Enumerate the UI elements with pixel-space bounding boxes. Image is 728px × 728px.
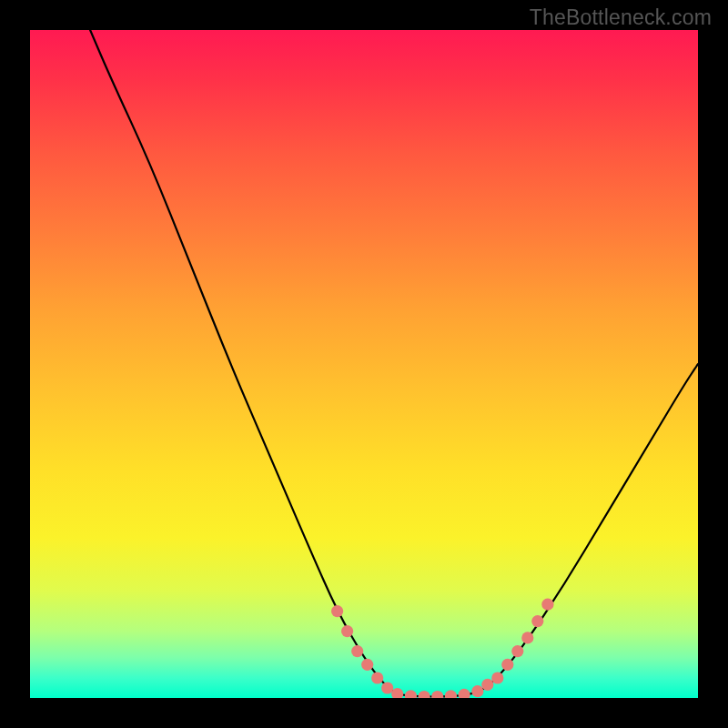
valley-dot: [531, 615, 543, 627]
valley-dot: [431, 691, 443, 698]
valley-dot: [521, 632, 533, 643]
watermark-text: TheBottleneck.com: [530, 5, 712, 30]
valley-dot: [491, 672, 503, 683]
valley-dot: [511, 645, 523, 657]
valley-dot: [419, 691, 430, 698]
outer-frame: TheBottleneck.com: [0, 0, 728, 728]
valley-dot: [445, 690, 457, 698]
valley-dot: [541, 599, 553, 611]
valley-dot: [381, 682, 393, 693]
valley-dots-group: [331, 599, 554, 698]
valley-dot: [459, 689, 470, 698]
bottleneck-curve-svg: [30, 30, 698, 698]
valley-dot: [471, 685, 483, 697]
valley-dot: [481, 679, 493, 691]
valley-dot: [405, 690, 417, 698]
valley-dot: [331, 605, 343, 617]
valley-dot: [361, 659, 373, 671]
valley-dot: [351, 645, 363, 657]
valley-dot: [501, 659, 513, 671]
plot-area: [30, 30, 698, 698]
valley-dot: [341, 625, 353, 637]
valley-dot: [371, 672, 383, 683]
bottleneck-curve: [90, 30, 698, 697]
